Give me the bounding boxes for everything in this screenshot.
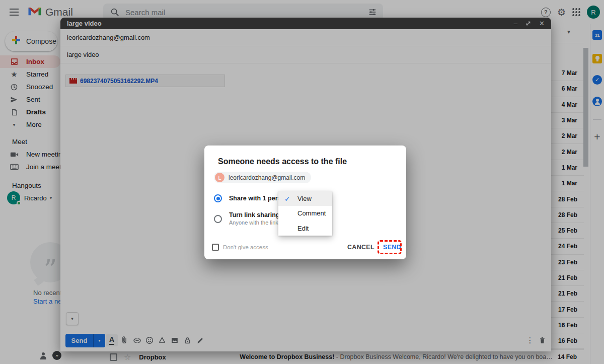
gmail-app: Gmail ⚙ R Compose <box>0 0 604 364</box>
cancel-button[interactable]: CANCEL <box>347 244 374 251</box>
menu-item-view[interactable]: View <box>278 191 332 206</box>
radio-share-with-person[interactable] <box>214 194 222 202</box>
recipient-chip: L leoricardozhang@gmail.com <box>214 172 311 183</box>
check-icon <box>284 195 290 203</box>
recipient-avatar: L <box>215 173 224 182</box>
send-button-annotation-box <box>378 240 402 254</box>
dont-give-access-label: Don't give access <box>223 244 268 250</box>
menu-item-edit[interactable]: Edit <box>278 221 332 236</box>
dialog-title: Someone needs access to the file <box>218 157 347 166</box>
link-sharing-sublabel: Anyone with the link ca <box>229 220 286 226</box>
dont-give-access-checkbox[interactable] <box>212 244 219 251</box>
recipient-email: leoricardozhang@gmail.com <box>229 174 305 181</box>
menu-item-comment[interactable]: Comment <box>278 206 332 221</box>
radio-link-sharing[interactable] <box>214 215 222 223</box>
permission-dropdown-menu: View Comment Edit <box>278 191 332 236</box>
